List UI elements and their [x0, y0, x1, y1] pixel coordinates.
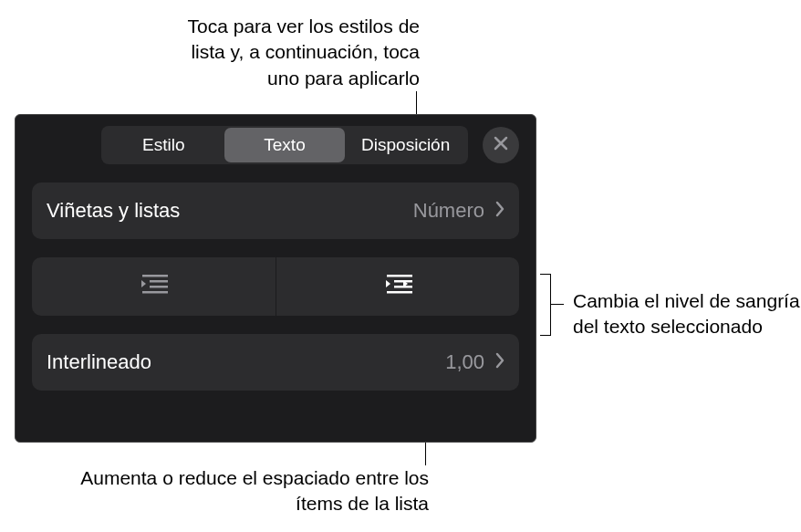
callout-bracket: [540, 274, 551, 336]
svg-marker-6: [141, 280, 146, 287]
bullets-lists-label: Viñetas y listas: [47, 199, 413, 223]
tab-style[interactable]: Estilo: [103, 128, 224, 162]
line-spacing-row[interactable]: Interlineado 1,00: [32, 334, 519, 391]
svg-rect-7: [387, 275, 412, 277]
line-spacing-label: Interlineado: [47, 350, 445, 374]
svg-rect-10: [387, 291, 412, 294]
panel-body: Viñetas y listas Número: [16, 175, 536, 425]
indent-button[interactable]: [276, 257, 520, 316]
svg-rect-2: [142, 275, 168, 277]
line-spacing-value: 1,00: [445, 350, 484, 374]
panel-header: Estilo Texto Disposición: [16, 115, 536, 175]
svg-marker-12: [386, 280, 390, 287]
tab-text[interactable]: Texto: [224, 128, 346, 162]
outdent-icon: [135, 272, 172, 301]
indent-controls: [32, 257, 519, 316]
callout-list-styles: Toca para ver los estilos de lista y, a …: [155, 14, 420, 91]
format-panel: Estilo Texto Disposición Viñetas y lista…: [15, 114, 536, 443]
callout-spacing: Aumenta o reduce el espaciado entre los …: [64, 465, 429, 517]
chevron-right-icon: [495, 201, 505, 221]
indent-icon: [380, 272, 416, 301]
close-icon: [493, 135, 509, 155]
svg-rect-5: [142, 291, 168, 294]
close-button[interactable]: [483, 127, 519, 163]
svg-rect-4: [150, 286, 168, 288]
tab-layout[interactable]: Disposición: [345, 128, 466, 162]
callout-indent: Cambia el nivel de sangría del texto sel…: [573, 288, 801, 340]
bullets-lists-row[interactable]: Viñetas y listas Número: [32, 183, 519, 239]
svg-rect-3: [150, 280, 168, 283]
outdent-button[interactable]: [32, 257, 276, 316]
callout-line: [551, 304, 564, 305]
format-tabs: Estilo Texto Disposición: [101, 126, 468, 164]
chevron-right-icon: [495, 352, 505, 372]
bullets-lists-value: Número: [413, 199, 484, 223]
